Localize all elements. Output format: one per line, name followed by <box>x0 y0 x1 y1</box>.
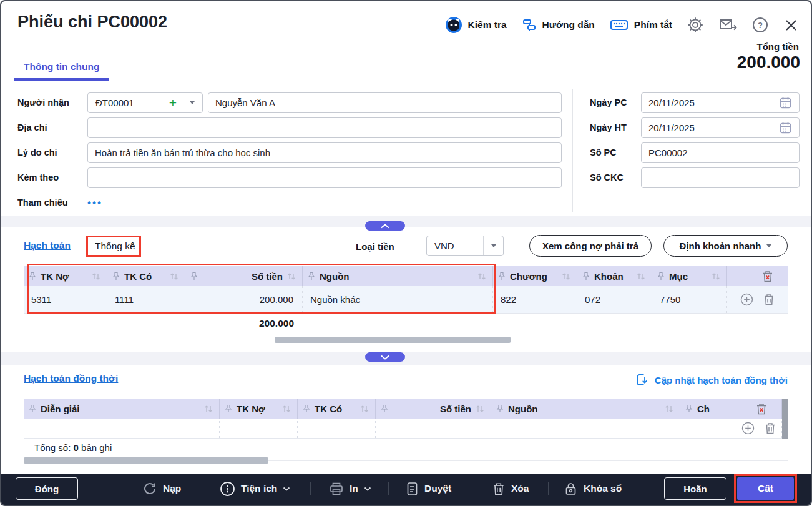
currency-dropdown-icon[interactable] <box>483 236 503 255</box>
receiver-name-input[interactable]: Nguyễn Văn A <box>208 92 562 113</box>
date-pc-label: Ngày PC <box>590 92 627 113</box>
horizontal-scrollbar[interactable] <box>275 337 511 343</box>
update-simultaneous-link[interactable]: Cập nhật hạch toán đồng thời <box>635 373 788 387</box>
sort-icon <box>92 272 100 280</box>
pin-icon <box>29 404 36 413</box>
simultaneous-title-link[interactable]: Hạch toán đồng thời <box>24 373 118 384</box>
guide-button[interactable]: Hướng dẫn <box>522 17 595 32</box>
cell-so-tien[interactable]: 200.000 <box>185 286 303 313</box>
delete-button[interactable]: Xóa <box>492 479 529 499</box>
cell-tk-no[interactable]: 5311 <box>24 286 107 313</box>
section-band <box>1 352 811 365</box>
reference-label: Tham chiếu <box>17 192 68 213</box>
sort-icon <box>562 272 570 280</box>
receiver-name-value: Nguyễn Văn A <box>215 97 275 108</box>
calendar-icon[interactable] <box>779 121 792 134</box>
help-icon[interactable]: ? <box>752 17 768 33</box>
guide-label: Hướng dẫn <box>542 19 595 31</box>
receiver-code-input[interactable]: ĐT00001 + <box>87 92 203 113</box>
check-button[interactable]: Kiểm tra <box>445 16 507 34</box>
total-amount-label: Tổng tiền <box>757 41 800 52</box>
expand-section-button[interactable] <box>365 352 405 362</box>
add-row-icon[interactable] <box>740 293 753 306</box>
header-chuong-truncated[interactable]: Ch <box>680 399 725 419</box>
cell-so-tien <box>376 419 491 438</box>
receiver-dropdown-icon[interactable] <box>182 101 202 104</box>
simultaneous-table-header: Diễn giải TK Nợ TK Có Số tiền Nguồn <box>24 399 788 419</box>
date-ht-input[interactable]: 20/11/2025 <box>641 117 800 138</box>
header-khoan[interactable]: Khoản <box>577 266 652 286</box>
pin-icon <box>112 272 120 280</box>
tab-general-info[interactable]: Thông tin chung <box>14 61 109 81</box>
save-button[interactable]: Cất <box>737 477 794 500</box>
close-icon[interactable] <box>783 17 799 33</box>
accounting-table-row[interactable]: 5311 1111 200.000 Nguồn khác 822 072 775… <box>24 286 788 314</box>
ckc-no-input[interactable] <box>641 167 800 188</box>
header-tk-co[interactable]: TK Có <box>107 266 185 286</box>
settings-gear-icon[interactable] <box>687 17 703 33</box>
quick-entry-label: Định khoản nhanh <box>680 241 761 251</box>
document-icon <box>406 482 419 496</box>
delete-row-icon[interactable] <box>764 422 776 435</box>
accounting-table: TK Nợ TK Có Số tiền Nguồn Chương <box>24 266 788 314</box>
cell-tk-no <box>220 419 298 438</box>
reference-ellipsis-button[interactable]: ••• <box>87 192 102 213</box>
cell-muc[interactable]: 7750 <box>652 286 727 313</box>
lock-book-button[interactable]: Khóa sổ <box>564 479 622 499</box>
cell-tk-co <box>298 419 376 438</box>
pin-icon <box>308 272 315 280</box>
delete-all-rows-icon[interactable] <box>761 270 774 283</box>
currency-select[interactable]: VND <box>426 236 504 256</box>
view-payable-debt-button[interactable]: Xem công nợ phải trả <box>529 235 652 257</box>
postpone-button[interactable]: Hoãn <box>664 477 726 500</box>
header-so-tien[interactable]: Số tiền <box>376 399 491 419</box>
save-button-label: Cất <box>758 483 773 494</box>
date-pc-input[interactable]: 20/11/2025 <box>641 92 800 113</box>
reload-button[interactable]: Nạp <box>142 479 181 499</box>
attachment-input[interactable] <box>87 167 562 188</box>
send-mail-icon[interactable] <box>718 17 737 33</box>
address-input[interactable] <box>87 117 562 138</box>
collapse-header-button[interactable] <box>365 221 405 231</box>
voucher-no-input[interactable]: PC00002 <box>641 142 800 163</box>
header-muc[interactable]: Mục <box>652 266 727 286</box>
pin-icon <box>303 404 310 413</box>
delete-all-rows-icon[interactable] <box>755 402 768 415</box>
cell-chuong[interactable]: 822 <box>493 286 577 313</box>
simultaneous-empty-row[interactable] <box>24 419 788 439</box>
header-tk-no[interactable]: TK Nợ <box>24 266 107 286</box>
record-count-suffix: bản ghi <box>81 442 112 453</box>
tab-hach-toan[interactable]: Hạch toán <box>24 240 71 251</box>
header-actions <box>725 399 782 419</box>
reason-input[interactable]: Hoàn trả tiền ăn bán trú thừa cho học si… <box>87 142 562 163</box>
delete-row-icon[interactable] <box>763 293 775 306</box>
shortcut-button[interactable]: Phím tắt <box>610 18 672 32</box>
header-dien-giai[interactable]: Diễn giải <box>24 399 220 419</box>
cell-khoan[interactable]: 072 <box>577 286 652 313</box>
header-chuong[interactable]: Chương <box>493 266 577 286</box>
quick-entry-button[interactable]: Định khoản nhanh <box>663 235 788 257</box>
cell-tk-co[interactable]: 1111 <box>107 286 185 313</box>
header-so-tien[interactable]: Số tiền <box>185 266 303 286</box>
tab-thong-ke[interactable]: Thống kê <box>95 241 135 252</box>
address-label: Địa chỉ <box>17 117 47 138</box>
cell-nguon[interactable]: Nguồn khác <box>303 286 493 313</box>
add-receiver-icon[interactable]: + <box>164 96 182 109</box>
approve-button[interactable]: Duyệt <box>406 479 451 499</box>
add-row-icon[interactable] <box>741 422 755 435</box>
print-button[interactable]: In <box>329 479 371 499</box>
vertical-scrollbar[interactable] <box>782 399 788 439</box>
header-nguon[interactable]: Nguồn <box>303 266 493 286</box>
calendar-icon[interactable] <box>779 96 792 109</box>
header-tk-no[interactable]: TK Nợ <box>220 399 298 419</box>
close-button[interactable]: Đóng <box>16 477 78 500</box>
utilities-button[interactable]: Tiện ích <box>220 479 290 499</box>
horizontal-scrollbar[interactable] <box>24 457 268 464</box>
voucher-no-value: PC00002 <box>648 147 688 158</box>
header-nguon[interactable]: Nguồn <box>491 399 680 419</box>
date-pc-value: 20/11/2025 <box>648 97 695 108</box>
total-amount-value: 200.000 <box>737 52 800 72</box>
update-download-icon <box>635 373 649 387</box>
header-tk-co[interactable]: TK Có <box>298 399 376 419</box>
pin-icon <box>496 404 504 413</box>
